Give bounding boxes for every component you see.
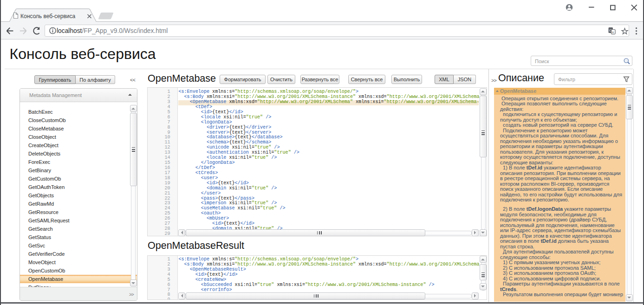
svg-text:я: я	[612, 31, 614, 34]
